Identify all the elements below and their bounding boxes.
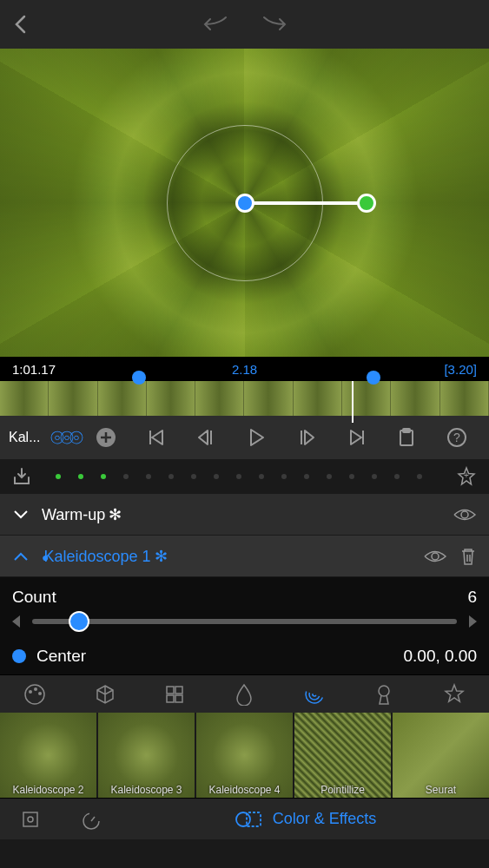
redo-button[interactable] <box>259 16 287 33</box>
tab-distort[interactable] <box>280 683 349 706</box>
angle-handle[interactable] <box>357 194 376 213</box>
param-center-row[interactable]: Center 0.00, 0.00 <box>0 638 489 674</box>
preset-label: Kaleidoscope 4 <box>196 784 293 796</box>
effect-name: Warm-up <box>42 506 105 523</box>
decrement-button[interactable] <box>12 615 20 628</box>
preset-label: Pointillize <box>294 784 391 796</box>
keyframe-marker[interactable] <box>132 371 146 385</box>
preset-label: Kaleidoscope 3 <box>98 784 195 796</box>
next-frame-button[interactable] <box>283 428 330 447</box>
visibility-toggle[interactable] <box>453 507 477 523</box>
timecode-duration: [3.20] <box>322 362 477 377</box>
tab-favorites[interactable] <box>420 683 489 706</box>
param-label: Center <box>36 647 393 666</box>
svg-rect-14 <box>167 695 174 702</box>
param-value: 0.00, 0.00 <box>403 647 477 666</box>
modified-icon: ✻ <box>155 548 168 565</box>
svg-point-20 <box>236 812 250 826</box>
effect-label: Kal... <box>9 430 47 445</box>
tab-speed[interactable] <box>61 808 122 831</box>
playhead[interactable] <box>352 381 354 423</box>
svg-point-16 <box>379 686 389 696</box>
bottom-tab-label: Color & Effects <box>273 810 377 828</box>
preset-item[interactable]: Kaleidoscope 2 <box>0 713 96 798</box>
keyframe-marker[interactable] <box>367 371 380 385</box>
count-slider[interactable] <box>32 619 457 624</box>
preset-label: Seurat <box>393 784 489 796</box>
increment-button[interactable] <box>469 615 477 628</box>
tab-keyhole[interactable] <box>349 683 419 706</box>
svg-point-7 <box>432 553 439 560</box>
visibility-toggle[interactable] <box>423 549 447 564</box>
effects-icon <box>235 809 264 830</box>
center-handle[interactable] <box>235 194 254 213</box>
add-keyframe-button[interactable] <box>83 427 129 448</box>
preview-viewport[interactable] <box>0 49 489 357</box>
stamps-icon[interactable]: ⦾⦾⦾ <box>50 428 79 448</box>
keyframe-indicator-icon[interactable] <box>12 649 26 663</box>
preset-item[interactable]: Seurat <box>393 713 489 798</box>
svg-point-6 <box>461 511 468 518</box>
favorite-add-button[interactable]: + <box>456 466 477 487</box>
layer-dots <box>47 474 449 479</box>
effect-row-kaleidoscope[interactable]: ●Kaleidoscope 1✻ <box>0 536 489 577</box>
chevron-down-icon <box>12 510 30 520</box>
svg-rect-17 <box>23 812 37 826</box>
effect-row-warmup[interactable]: Warm-up✻ <box>0 494 489 536</box>
go-start-button[interactable] <box>133 428 180 447</box>
preset-item[interactable]: Pointillize <box>294 713 391 798</box>
modified-icon: ✻ <box>109 506 122 523</box>
import-button[interactable] <box>12 467 31 486</box>
param-label: Count <box>12 588 56 607</box>
tab-palette[interactable] <box>0 683 69 706</box>
tab-blur[interactable] <box>209 683 279 706</box>
delete-button[interactable] <box>459 546 477 567</box>
timeline[interactable] <box>0 381 489 416</box>
svg-rect-12 <box>167 687 174 694</box>
tab-crop[interactable] <box>0 808 61 831</box>
svg-rect-15 <box>175 695 182 702</box>
svg-text:?: ? <box>453 431 460 444</box>
go-end-button[interactable] <box>334 428 380 447</box>
clipboard-button[interactable] <box>384 427 431 448</box>
timecode-current: 2.18 <box>167 362 321 377</box>
slider-knob[interactable] <box>69 611 89 632</box>
preset-item[interactable]: Kaleidoscope 4 <box>196 713 293 798</box>
svg-text:+: + <box>464 470 469 480</box>
svg-point-11 <box>38 692 42 695</box>
help-button[interactable]: ? <box>433 427 480 448</box>
effect-name: Kaleidoscope 1 <box>43 548 150 565</box>
undo-button[interactable] <box>203 16 231 33</box>
preset-label: Kaleidoscope 2 <box>0 784 96 796</box>
svg-point-10 <box>34 687 37 691</box>
back-button[interactable] <box>14 15 26 34</box>
preset-item[interactable]: Kaleidoscope 3 <box>98 713 195 798</box>
tab-3d[interactable] <box>69 683 139 706</box>
svg-rect-13 <box>175 687 182 694</box>
svg-point-18 <box>28 817 33 822</box>
svg-point-9 <box>29 690 32 694</box>
tab-grid[interactable] <box>140 684 209 705</box>
chevron-up-icon <box>12 551 30 562</box>
effect-angle-line <box>245 201 367 205</box>
param-value: 6 <box>467 588 477 607</box>
tab-color-effects[interactable]: Color & Effects <box>122 809 489 830</box>
prev-frame-button[interactable] <box>183 428 230 447</box>
play-button[interactable] <box>233 427 280 448</box>
